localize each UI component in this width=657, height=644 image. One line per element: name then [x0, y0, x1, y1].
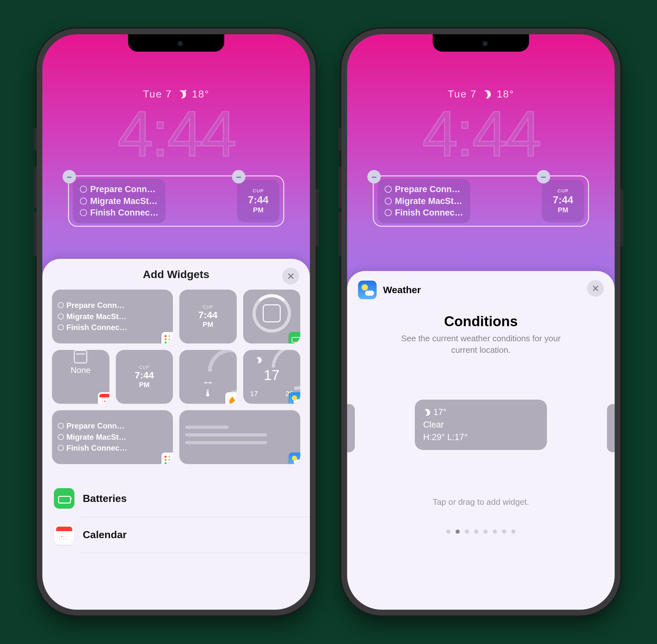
page-dot[interactable] [446, 529, 450, 534]
notch [433, 34, 529, 52]
page-dot[interactable] [493, 529, 497, 534]
thermometer-icon: 🌡 [203, 388, 213, 399]
reminders-app-icon [161, 332, 173, 344]
page-indicator[interactable] [347, 529, 615, 534]
suggestion-calendar[interactable]: None [52, 350, 109, 404]
remove-widget-button[interactable]: – [63, 170, 76, 183]
batteries-app-icon [289, 332, 300, 344]
suggestion-home-gauge[interactable]: -- 🌡 [179, 350, 237, 404]
carousel-prev-peek[interactable] [347, 404, 355, 452]
notch [128, 34, 224, 52]
clock-time: 7:44 [553, 194, 573, 206]
app-label: Calendar [83, 529, 127, 541]
add-widgets-sheet: Add Widgets ✕ Prepare Conn… Migrate MacS… [42, 259, 310, 610]
remove-widget-button[interactable]: – [537, 170, 550, 183]
page-dot[interactable] [483, 529, 488, 534]
reminder-item: Finish Connec… [395, 208, 463, 217]
calendar-app-icon [98, 392, 109, 404]
watch-icon [263, 304, 281, 322]
widget-subtitle: See the current weather conditions for y… [391, 332, 571, 356]
weather-app-icon [289, 392, 300, 404]
lockscreen-clock: 4:44 [42, 102, 310, 166]
weather-app-icon [358, 281, 377, 299]
shelf-reminders-widget[interactable]: Prepare Conn… Migrate MacSt… Finish Conn… [378, 179, 470, 223]
carousel-next-peek[interactable] [607, 404, 615, 452]
lock-screen: Tue 7 18° 4:44 – – Prepare Conn… Migrate… [42, 34, 310, 610]
calendar-icon [74, 350, 87, 363]
suggestion-battery-ring[interactable] [243, 290, 301, 344]
home-app-icon [225, 392, 237, 404]
shelf-world-clock-widget[interactable]: CUP 7:44 PM [237, 180, 279, 222]
app-row-clock[interactable] [42, 553, 310, 584]
close-button[interactable]: ✕ [587, 280, 604, 297]
clock-city: CUP [558, 188, 569, 193]
page-dot[interactable] [511, 529, 516, 534]
shelf-reminders-widget[interactable]: Prepare Conn… Migrate MacSt… Finish Conn… [73, 179, 165, 223]
lockscreen-clock: 4:44 [347, 102, 615, 166]
clock-city: CUP [253, 188, 264, 193]
sheet-title: Add Widgets [143, 268, 209, 281]
close-icon: ✕ [287, 271, 295, 282]
phone-right: Tue 7 18° 4:44 – – Prepare Conn… Migrate… [341, 28, 620, 616]
suggestion-reminders-wide[interactable]: Prepare Conn… Migrate MacSt… Finish Conn… [52, 410, 173, 464]
remove-widget-button[interactable]: – [232, 170, 245, 183]
suggestion-world-clock-2[interactable]: CUP 7:44 PM [116, 350, 173, 404]
clock-ampm: PM [253, 206, 264, 214]
app-label: Batteries [83, 492, 127, 505]
widget-preview[interactable]: 17° Clear H:29° L:17° [415, 399, 547, 450]
remove-widget-button[interactable]: – [367, 170, 381, 183]
page-dot[interactable] [474, 529, 478, 534]
preview-range: H:29° L:17° [423, 431, 539, 443]
lock-screen: Tue 7 18° 4:44 – – Prepare Conn… Migrate… [347, 34, 615, 610]
reminders-app-icon [161, 453, 173, 464]
suggestion-weather-temperature[interactable]: 17 17 29 [243, 350, 301, 404]
reminder-item: Prepare Conn… [90, 184, 156, 194]
app-list: Batteries Calendar [42, 480, 310, 584]
moon-icon [423, 409, 430, 416]
moon-icon [178, 90, 186, 98]
sheet-app-name: Weather [383, 284, 421, 295]
shelf-world-clock-widget[interactable]: CUP 7:44 PM [542, 180, 584, 222]
page-dot[interactable] [502, 529, 506, 534]
widget-shelf[interactable]: – – Prepare Conn… Migrate MacSt… Finish … [68, 176, 284, 227]
weather-widget-sheet: Weather ✕ Conditions See the current wea… [347, 271, 615, 610]
close-button[interactable]: ✕ [282, 268, 299, 284]
weather-app-icon [289, 453, 300, 464]
app-row-batteries[interactable]: Batteries [42, 480, 310, 516]
reminder-item: Migrate MacSt… [395, 196, 462, 206]
clock-ampm: PM [558, 206, 568, 214]
page-dot[interactable] [456, 529, 460, 534]
calendar-app-icon [54, 524, 74, 545]
clock-time: 7:44 [248, 194, 269, 206]
moon-icon [482, 90, 491, 98]
widget-suggestions-grid: Prepare Conn… Migrate MacSt… Finish Conn… [42, 290, 310, 470]
close-icon: ✕ [592, 283, 599, 294]
preview-condition: Clear [423, 418, 539, 431]
widget-title: Conditions [347, 313, 615, 329]
preview-temperature: 17° [433, 406, 447, 418]
reminder-item: Finish Connec… [90, 208, 158, 217]
suggestion-weather-wide[interactable] [179, 410, 300, 464]
hint-text: Tap or drag to add widget. [347, 497, 615, 507]
phone-left: Tue 7 18° 4:44 – – Prepare Conn… Migrate… [37, 28, 316, 616]
moon-icon [255, 357, 262, 363]
page-dot[interactable] [465, 529, 469, 534]
suggestion-reminders-small[interactable]: Prepare Conn… Migrate MacSt… Finish Conn… [52, 290, 173, 344]
reminder-item: Prepare Conn… [395, 184, 460, 194]
widget-shelf[interactable]: – – Prepare Conn… Migrate MacSt… Finish … [373, 176, 589, 227]
suggestion-world-clock[interactable]: CUP 7:44 PM [179, 290, 237, 344]
app-row-calendar[interactable]: Calendar [42, 516, 310, 553]
widget-preview-carousel[interactable]: 17° Clear H:29° L:17° [347, 394, 615, 455]
reminder-item: Migrate MacSt… [90, 196, 158, 206]
batteries-app-icon [54, 488, 74, 509]
